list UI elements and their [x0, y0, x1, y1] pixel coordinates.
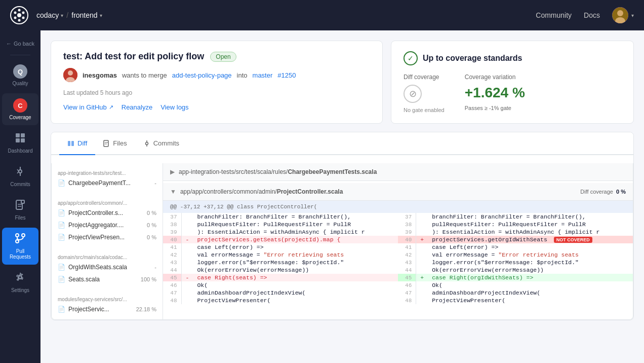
list-item[interactable]: 📄 OrgIdWithSeats.scala -	[52, 261, 163, 273]
file-cov: 0 %	[147, 222, 156, 228]
file-group-0: app-integration-tests/src/test... 📄 Char…	[52, 163, 163, 193]
settings-icon	[15, 272, 26, 285]
coverage-variation-col: Coverage variation +1.624 % Passes ≥ -1%…	[465, 74, 525, 113]
coverage-variation-value: +1.624 %	[465, 85, 525, 101]
svg-point-7	[14, 12, 17, 14]
sidebar-item-files[interactable]: Files	[2, 194, 38, 226]
list-item[interactable]: 📄 ProjectViewPresen... 0 %	[52, 231, 163, 243]
top-nav: codacy ▾ / frontend ▾ Community Docs ▾	[0, 0, 644, 30]
reanalyze-link[interactable]: Reanalyze	[122, 103, 152, 111]
tabs-section: Diff Files Commits	[51, 132, 634, 320]
line-marker-r	[416, 213, 428, 221]
breadcrumb: codacy ▾ / frontend ▾	[36, 11, 102, 19]
collapse-icon: ▼	[170, 188, 176, 195]
go-back-label: Go back	[14, 41, 34, 47]
commits-icon	[15, 166, 26, 179]
settings-label: Settings	[11, 287, 29, 293]
file-name: ProjectViewPresen...	[68, 234, 144, 241]
file-name: ProjectAggregator....	[68, 222, 144, 229]
table-row: 45 - case Right(seats) => 45 + case Righ…	[163, 274, 633, 281]
diff-coverage-value-row: ⊘	[404, 85, 445, 103]
tab-files[interactable]: Files	[95, 132, 135, 155]
repo-chevron-icon: ▾	[100, 13, 102, 18]
table-row: 46 Ok( 46 Ok(	[163, 281, 633, 289]
view-in-github-link[interactable]: View in GitHub ↗	[63, 103, 113, 111]
go-back-button[interactable]: ← Go back	[0, 37, 41, 51]
diff-chunk-header: @@ -37,12 +37,12 @@ class ProjectControl…	[163, 201, 633, 213]
table-row: 43 logger.error(s"$errorMessage: $projec…	[163, 259, 633, 266]
pr-number: #1250	[277, 71, 296, 79]
repo-selector[interactable]: frontend ▾	[71, 11, 102, 19]
org-selector[interactable]: codacy ▾	[36, 11, 63, 19]
org-chevron-icon: ▾	[61, 13, 63, 18]
table-row: 42 val errorMessage = "Error retrieving …	[163, 251, 633, 259]
dashboard-icon	[15, 132, 26, 146]
file-group-path-1: app/app/controllers/common/...	[52, 197, 163, 207]
sidebar-item-settings[interactable]: Settings	[2, 267, 38, 298]
back-arrow-icon: ←	[6, 41, 12, 47]
pr-target-branch: master	[253, 71, 273, 79]
passes-gate-label: Passes ≥ -1% gate	[465, 105, 525, 111]
view-github-label: View in GitHub	[63, 103, 107, 111]
into-text: into	[237, 71, 248, 79]
diff-tab-icon	[67, 140, 74, 147]
file-group-3: modules/legacy-services/src/... 📄 Projec…	[52, 289, 163, 319]
list-item[interactable]: 📄 ChargebeePaymentT... -	[52, 177, 163, 189]
author-name: inesgomas	[83, 71, 117, 79]
list-item[interactable]: 📄 ProjectServic... 22.18 %	[52, 303, 163, 315]
file-cov: 100 %	[141, 276, 156, 282]
diff-layout: app-integration-tests/src/test... 📄 Char…	[51, 163, 633, 320]
pull-requests-icon	[15, 233, 26, 246]
docs-link[interactable]: Docs	[584, 11, 600, 19]
tab-diff[interactable]: Diff	[59, 132, 95, 155]
table-row: 44 Ok(errorErrorView(errorMessage)) 44 O…	[163, 266, 633, 274]
file-icon: 📄	[58, 209, 65, 216]
file1-path: app-integration-tests/src/test/scala/rul…	[179, 168, 377, 175]
sidebar-item-coverage[interactable]: C Coverage	[2, 93, 38, 125]
sidebar-item-pull-requests[interactable]: Pull Requests	[2, 228, 38, 265]
check-circle-icon: ✓	[404, 51, 418, 65]
line-content-text: projectServices.getOrgIdWithSeats	[432, 236, 547, 243]
coverage-header: ✓ Up to coverage standards	[404, 51, 621, 65]
no-gate-label: No gate enabled	[404, 107, 445, 113]
diff-file2-header[interactable]: ▼ app/app/controllers/common/admin/Proje…	[163, 183, 633, 201]
sidebar-item-dashboard[interactable]: Dashboard	[2, 127, 38, 159]
coverage-metrics: Diff coverage ⊘ No gate enabled Coverage…	[404, 74, 621, 113]
coverage-variation-label: Coverage variation	[465, 74, 525, 81]
file-icon: 📄	[58, 179, 65, 187]
commits-tab-icon	[143, 140, 150, 147]
files-tab-icon	[103, 140, 110, 147]
file-cov: -	[154, 264, 156, 270]
pr-title-row: test: Add test for edit policy flow Open	[63, 51, 370, 62]
view-logs-link[interactable]: View logs	[160, 103, 188, 111]
list-item[interactable]: 📄 Seats.scala 100 %	[52, 273, 163, 285]
table-row: 48 ProjectViewPresenter( 48 ProjectViewP…	[163, 297, 633, 304]
tab-commits[interactable]: Commits	[135, 132, 187, 155]
diff-table: 37 branchFilter: BranchFilter = BranchFi…	[163, 213, 633, 304]
pr-info-card: test: Add test for edit policy flow Open…	[51, 41, 383, 124]
table-row: 38 pullRequestFilter: PullRequestFilter …	[163, 221, 633, 228]
svg-point-22	[16, 234, 19, 237]
diff-file-collapsed-1[interactable]: ▶ app-integration-tests/src/test/scala/r…	[163, 163, 633, 181]
svg-point-6	[14, 17, 17, 19]
community-link[interactable]: Community	[536, 11, 572, 19]
diff-coverage-pct: 0 %	[616, 189, 626, 195]
org-name: codacy	[36, 11, 59, 19]
commits-tab-label: Commits	[153, 139, 179, 147]
sidebar-item-commits[interactable]: Commits	[2, 161, 38, 192]
avatar	[612, 7, 628, 23]
logo[interactable]	[10, 6, 28, 24]
sidebar-item-quality[interactable]: Q Quality	[2, 59, 38, 91]
list-item[interactable]: 📄 ProjectAggregator.... 0 %	[52, 219, 163, 231]
coverage-title: Up to coverage standards	[423, 54, 522, 63]
user-avatar-button[interactable]: ▾	[612, 7, 634, 23]
file-name: Seats.scala	[68, 276, 138, 283]
breadcrumb-sep: /	[66, 11, 68, 19]
files-icon	[15, 199, 25, 213]
nav-right: Community Docs ▾	[536, 7, 634, 23]
list-item[interactable]: 📄 ProjectController.s... 0 %	[52, 207, 163, 219]
quality-icon: Q	[13, 64, 27, 79]
svg-rect-32	[104, 140, 108, 147]
svg-rect-19	[21, 200, 24, 203]
line-num-r: 37	[398, 213, 416, 221]
